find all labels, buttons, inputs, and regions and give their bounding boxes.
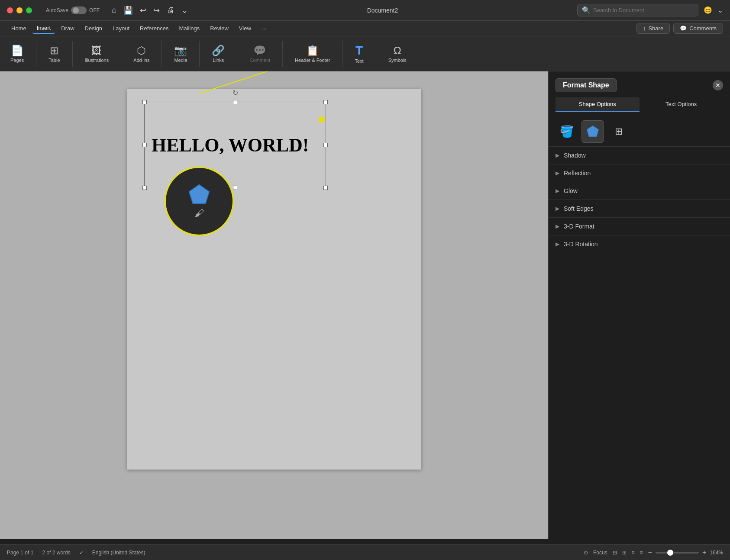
shadow-section[interactable]: ▶ Shadow (549, 146, 730, 164)
header-footer-icon: 📋 (306, 45, 319, 57)
more-icon[interactable]: ⌄ (181, 6, 188, 15)
tab-layout[interactable]: Layout (108, 23, 134, 33)
soft-edges-arrow-icon: ▶ (556, 206, 559, 212)
tool-symbols[interactable]: Ω Symbols (385, 43, 410, 64)
tab-review[interactable]: Review (206, 23, 233, 33)
zoom-controls: − + 164% (648, 549, 723, 557)
soft-edges-section[interactable]: ▶ Soft Edges (549, 200, 730, 217)
document-canvas[interactable]: ↻ HELLO, WORLD! (0, 71, 548, 539)
table-icon: ⊞ (50, 45, 58, 57)
maximize-traffic-light[interactable] (26, 7, 32, 13)
search-input[interactable] (593, 7, 694, 13)
text-box[interactable]: HELLO, WORLD! (144, 102, 326, 188)
effects-icon-btn[interactable] (581, 120, 604, 143)
tab-references[interactable]: References (136, 23, 173, 33)
tab-design[interactable]: Design (81, 23, 107, 33)
close-traffic-light[interactable] (7, 7, 13, 13)
3d-rotation-section[interactable]: ▶ 3-D Rotation (549, 235, 730, 253)
shape-options-tab[interactable]: Shape Options (556, 97, 640, 112)
zoom-plus-btn[interactable]: + (702, 549, 706, 557)
autosave-toggle[interactable]: AutoSave OFF (46, 6, 100, 14)
zoom-slider[interactable] (656, 552, 699, 554)
ribbon-sep-1 (36, 41, 36, 67)
tab-home[interactable]: Home (7, 23, 31, 33)
handle-bot-left[interactable] (142, 186, 147, 190)
3d-format-arrow-icon: ▶ (556, 223, 559, 229)
layout-icon-3[interactable]: ≡ (632, 550, 635, 556)
tab-insert[interactable]: Insert (32, 23, 55, 34)
handle-top-right[interactable] (323, 100, 328, 104)
handle-bot-right[interactable] (323, 186, 328, 190)
undo-icon[interactable]: ↩ (140, 6, 146, 15)
handle-bot-center[interactable] (233, 186, 237, 190)
handle-mid-right[interactable] (323, 143, 328, 147)
ribbon-actions: ↑ Share 💬 Comments (636, 23, 723, 34)
rotate-handle[interactable]: ↻ (233, 89, 238, 97)
layout-icon-btn[interactable]: ⊞ (607, 120, 630, 143)
format-shape-panel: Format Shape ✕ Shape Options Text Option… (548, 71, 730, 539)
shadow-label: Shadow (564, 152, 586, 159)
chevron-down-icon[interactable]: ⌄ (717, 6, 723, 14)
svg-marker-0 (189, 185, 210, 204)
tab-draw[interactable]: Draw (57, 23, 78, 33)
tool-media[interactable]: 📷 Media (171, 43, 191, 64)
tool-illustrations[interactable]: 🖼 Illustrations (81, 43, 113, 64)
tool-comment[interactable]: 💬 Comment (246, 43, 274, 64)
panel-close-button[interactable]: ✕ (713, 80, 723, 90)
search-bar[interactable]: 🔍 (577, 4, 698, 16)
tool-pages[interactable]: 📄 Pages (7, 43, 27, 64)
tab-mailings[interactable]: Mailings (175, 23, 204, 33)
share-button[interactable]: ↑ Share (636, 23, 670, 34)
glow-section[interactable]: ▶ Glow (549, 182, 730, 200)
autosave-switch[interactable] (71, 6, 87, 14)
ribbon-tab-bar: Home Insert Draw Design Layout Reference… (0, 21, 730, 36)
handle-top-center[interactable] (233, 100, 237, 104)
text-box-container[interactable]: ↻ HELLO, WORLD! (144, 102, 326, 188)
zoom-level-label: 164% (710, 550, 723, 556)
ribbon-sep-8 (342, 41, 342, 67)
focus-label[interactable]: Focus (593, 550, 607, 556)
main-area: ↻ HELLO, WORLD! (0, 71, 730, 539)
document-title: Document2 (367, 7, 398, 14)
layout-icon-1[interactable]: ⊟ (613, 550, 617, 556)
fill-color-icon-btn[interactable]: 🪣 (556, 120, 578, 143)
print-icon[interactable]: 🖨 (167, 6, 174, 15)
save-icon[interactable]: 💾 (123, 6, 133, 15)
titlebar-center: Document2 (193, 7, 572, 14)
word-count: 2 of 2 words (42, 550, 70, 556)
document-page: ↻ HELLO, WORLD! (127, 89, 421, 470)
tab-more[interactable]: ··· (257, 23, 271, 34)
layout-icon-4[interactable]: ≡ (640, 550, 643, 556)
shadow-arrow-icon: ▶ (556, 152, 559, 158)
titlebar: AutoSave OFF ⌂ 💾 ↩ ↪ 🖨 ⌄ Document2 🔍 😊 ⌄ (0, 0, 730, 21)
ribbon-tools: 📄 Pages ⊞ Table 🖼 Illustrations ⬡ Add-in… (0, 36, 730, 71)
tool-table[interactable]: ⊞ Table (45, 43, 63, 64)
ribbon-sep-9 (376, 41, 376, 67)
3d-format-section[interactable]: ▶ 3-D Format (549, 217, 730, 235)
tab-view[interactable]: View (235, 23, 255, 33)
home-icon[interactable]: ⌂ (112, 6, 116, 15)
autosave-label: AutoSave (46, 7, 68, 13)
handle-mid-left[interactable] (142, 143, 147, 147)
tool-text[interactable]: T Text (351, 42, 367, 65)
tool-addins[interactable]: ⬡ Add-ins (130, 43, 153, 64)
zoom-minus-btn[interactable]: − (648, 549, 652, 557)
svg-marker-1 (587, 126, 598, 137)
close-icon: ✕ (715, 82, 720, 89)
handle-top-left[interactable] (142, 100, 147, 104)
text-box-content: HELLO, WORLD! (152, 134, 309, 156)
comments-button[interactable]: 💬 Comments (673, 23, 723, 34)
reflection-section[interactable]: ▶ Reflection (549, 164, 730, 182)
minimize-traffic-light[interactable] (16, 7, 23, 13)
language-label[interactable]: English (United States) (92, 550, 145, 556)
tool-links[interactable]: 🔗 Links (208, 43, 228, 64)
text-options-tab[interactable]: Text Options (640, 97, 724, 112)
layout-icon-2[interactable]: ⊞ (622, 550, 627, 556)
zoom-callout: 🖌 (165, 167, 234, 236)
redo-icon[interactable]: ↪ (153, 6, 160, 15)
ribbon-sep-6 (237, 41, 237, 67)
symbols-icon: Ω (394, 45, 401, 57)
pentagon-effects-icon (586, 125, 600, 138)
panel-options: Shape Options Text Options (549, 97, 730, 117)
tool-header-footer[interactable]: 📋 Header & Footer (291, 43, 333, 64)
